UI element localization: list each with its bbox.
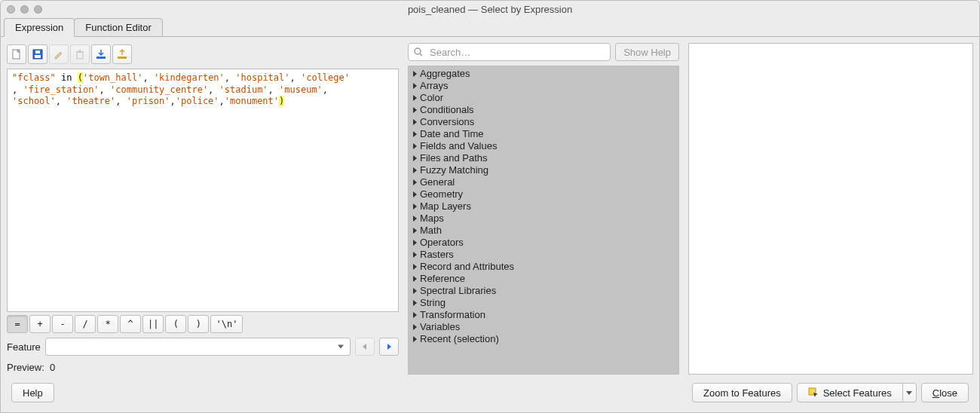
operator-op5-button[interactable]: ^ — [120, 315, 141, 333]
category-conditionals[interactable]: Conditionals — [409, 104, 678, 116]
disclosure-icon — [413, 95, 417, 101]
chevron-down-icon — [906, 391, 912, 395]
show-help-button[interactable]: Show Help — [615, 43, 679, 61]
category-rasters[interactable]: Rasters — [409, 249, 678, 261]
export-expression-button[interactable] — [112, 44, 132, 64]
category-label: Color — [420, 92, 443, 104]
category-label: String — [420, 297, 446, 309]
category-tree[interactable]: AggregatesArraysColorConditionalsConvers… — [408, 66, 679, 375]
category-label: Operators — [420, 237, 464, 249]
feature-select[interactable] — [45, 338, 351, 356]
zoom-to-features-button[interactable]: Zoom to Features — [692, 383, 792, 402]
disclosure-icon — [413, 155, 417, 161]
category-label: Recent (selection) — [420, 333, 499, 345]
category-label: Spectral Libraries — [420, 285, 496, 297]
search-row: Show Help — [408, 43, 679, 61]
category-transformation[interactable]: Transformation — [409, 309, 678, 321]
disclosure-icon — [413, 216, 417, 222]
operator-op1-button[interactable]: + — [29, 315, 51, 333]
category-variables[interactable]: Variables — [409, 321, 678, 333]
disclosure-icon — [413, 300, 417, 306]
search-input[interactable] — [428, 46, 605, 59]
category-operators[interactable]: Operators — [409, 237, 678, 249]
edit-expression-button — [49, 44, 69, 64]
category-label: Transformation — [420, 309, 485, 321]
category-maps[interactable]: Maps — [409, 213, 678, 225]
category-label: Variables — [420, 321, 460, 333]
operator-op3-button[interactable]: / — [75, 315, 96, 333]
category-label: Reference — [420, 273, 465, 285]
select-features-dropdown[interactable] — [903, 383, 917, 402]
import-expression-button[interactable] — [91, 44, 111, 64]
category-label: Arrays — [420, 80, 449, 92]
tab-expression[interactable]: Expression — [4, 18, 75, 37]
tab-function-editor[interactable]: Function Editor — [74, 18, 162, 37]
operator-op0-button[interactable]: = — [7, 315, 28, 333]
operator-op8-button[interactable]: ) — [188, 315, 209, 333]
editor-toolbar — [7, 43, 399, 66]
disclosure-icon — [413, 167, 417, 173]
category-date-and-time[interactable]: Date and Time — [409, 128, 678, 140]
category-general[interactable]: General — [409, 176, 678, 188]
svg-rect-5 — [96, 57, 106, 59]
disclosure-icon — [413, 264, 417, 270]
category-string[interactable]: String — [409, 297, 678, 309]
help-button[interactable]: Help — [11, 383, 54, 402]
category-math[interactable]: Math — [409, 225, 678, 237]
preview-value: 0 — [50, 362, 55, 373]
operator-n-button[interactable]: '\n' — [210, 315, 243, 333]
left-pane: "fclass" in ('town_hall', 'kindegarten',… — [7, 43, 399, 375]
close-button[interactable]: Close — [921, 383, 969, 402]
category-color[interactable]: Color — [409, 92, 678, 104]
category-fuzzy-matching[interactable]: Fuzzy Matching — [409, 164, 678, 176]
disclosure-icon — [413, 179, 417, 185]
operator-op2-button[interactable]: - — [52, 315, 73, 333]
operator-row: =+-/*^||()'\n' — [7, 315, 399, 333]
disclosure-icon — [413, 288, 417, 294]
category-geometry[interactable]: Geometry — [409, 188, 678, 200]
expression-editor[interactable]: "fclass" in ('town_hall', 'kindegarten',… — [7, 69, 399, 312]
category-label: Maps — [420, 213, 444, 225]
help-pane — [688, 43, 973, 375]
operator-op7-button[interactable]: ( — [165, 315, 186, 333]
operator-op4-button[interactable]: * — [97, 315, 118, 333]
search-icon — [413, 47, 424, 57]
preview-row: Preview: 0 — [7, 360, 399, 375]
select-features-button[interactable]: Select Features — [797, 383, 903, 402]
disclosure-icon — [413, 324, 417, 330]
category-conversions[interactable]: Conversions — [409, 116, 678, 128]
category-spectral-libraries[interactable]: Spectral Libraries — [409, 285, 678, 297]
category-map-layers[interactable]: Map Layers — [409, 200, 678, 213]
disclosure-icon — [413, 228, 417, 234]
category-reference[interactable]: Reference — [409, 273, 678, 285]
category-label: Conversions — [420, 116, 474, 128]
search-box[interactable] — [408, 43, 611, 61]
disclosure-icon — [413, 276, 417, 282]
category-label: Fields and Values — [420, 140, 497, 152]
disclosure-icon — [413, 252, 417, 258]
new-expression-button[interactable] — [7, 44, 26, 64]
category-label: Conditionals — [420, 104, 474, 116]
category-label: Aggregates — [420, 68, 470, 80]
save-expression-button[interactable] — [28, 44, 47, 64]
category-recent-selection-[interactable]: Recent (selection) — [409, 333, 678, 345]
category-label: Date and Time — [420, 128, 484, 140]
operator-op6-button[interactable]: || — [142, 315, 164, 333]
disclosure-icon — [413, 107, 417, 113]
category-label: General — [420, 176, 455, 188]
category-label: Rasters — [420, 249, 454, 261]
category-fields-and-values[interactable]: Fields and Values — [409, 140, 678, 152]
disclosure-icon — [413, 143, 417, 149]
category-record-and-attributes[interactable]: Record and Attributes — [409, 261, 678, 273]
category-label: Math — [420, 225, 442, 237]
next-feature-button[interactable] — [379, 338, 399, 356]
category-files-and-paths[interactable]: Files and Paths — [409, 152, 678, 164]
category-aggregates[interactable]: Aggregates — [409, 68, 678, 80]
category-arrays[interactable]: Arrays — [409, 80, 678, 92]
disclosure-icon — [413, 131, 417, 137]
select-features-splitbutton: Select Features — [797, 383, 917, 402]
main-area: "fclass" in ('town_hall', 'kindegarten',… — [7, 43, 973, 375]
select-by-expression-window: pois_cleaned — Select by Expression Expr… — [0, 0, 980, 413]
disclosure-icon — [413, 240, 417, 246]
svg-rect-2 — [35, 55, 41, 58]
